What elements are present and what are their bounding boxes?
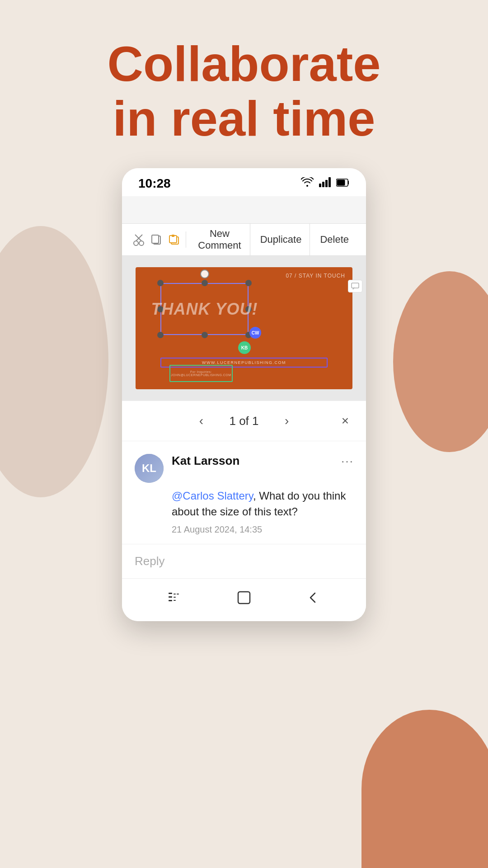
cut-button[interactable] bbox=[131, 228, 147, 251]
svg-rect-22 bbox=[177, 594, 179, 594]
toolbar-divider-1 bbox=[186, 231, 186, 248]
wifi-icon bbox=[301, 177, 314, 190]
svg-rect-1 bbox=[322, 182, 324, 187]
thank-you-text: THANK YOU! bbox=[160, 283, 249, 335]
svg-rect-21 bbox=[174, 600, 176, 601]
page-content: Collaborate in real time 10:28 bbox=[0, 0, 488, 868]
svg-rect-5 bbox=[337, 180, 345, 186]
cw-badge: CW bbox=[249, 327, 261, 339]
svg-rect-16 bbox=[169, 593, 172, 594]
close-pagination-button[interactable]: × bbox=[335, 411, 355, 431]
copy-button[interactable] bbox=[149, 228, 164, 251]
status-time: 10:28 bbox=[138, 176, 171, 191]
svg-line-8 bbox=[136, 235, 142, 241]
mention: @Carlos Slattery bbox=[172, 490, 253, 502]
slide: 07 / STAY IN TOUCH bbox=[136, 267, 352, 389]
svg-point-6 bbox=[134, 241, 138, 245]
prev-page-button[interactable]: ‹ bbox=[191, 411, 211, 431]
svg-point-7 bbox=[139, 241, 144, 245]
svg-rect-14 bbox=[172, 235, 174, 237]
comment-section: KL Kat Larsson ⋯ @Carlos Slattery, What … bbox=[122, 441, 366, 544]
avatar: KL bbox=[135, 454, 164, 483]
inquiries-label: For Inquiries: bbox=[190, 370, 212, 373]
heading-area: Collaborate in real time bbox=[107, 36, 380, 146]
svg-rect-2 bbox=[325, 180, 328, 187]
inquiries-element: For Inquiries: JOHN@LUCERNEPUBLISHING.CO… bbox=[169, 365, 233, 382]
nav-bar bbox=[122, 578, 366, 621]
nav-back-button[interactable] bbox=[302, 587, 324, 609]
phone-mockup: 10:28 bbox=[122, 168, 366, 621]
svg-rect-18 bbox=[169, 600, 172, 601]
comment-meta: Kat Larsson bbox=[172, 454, 353, 469]
svg-rect-3 bbox=[328, 177, 331, 187]
svg-rect-15 bbox=[352, 283, 359, 288]
svg-line-9 bbox=[135, 235, 141, 241]
duplicate-button[interactable]: Duplicate bbox=[252, 224, 310, 255]
reply-bar: Reply bbox=[122, 544, 366, 578]
signal-icon bbox=[319, 177, 331, 190]
rotate-handle bbox=[200, 269, 209, 278]
comment-timestamp: 21 August 2024, 14:35 bbox=[135, 524, 353, 535]
more-options-button[interactable]: ⋯ bbox=[341, 454, 353, 469]
svg-rect-0 bbox=[319, 184, 321, 187]
paste-button[interactable] bbox=[166, 228, 182, 251]
svg-rect-11 bbox=[152, 235, 159, 243]
svg-rect-20 bbox=[174, 597, 176, 598]
comment-body: @Carlos Slattery, What do you think abou… bbox=[135, 488, 353, 520]
status-bar: 10:28 bbox=[122, 168, 366, 196]
new-comment-button[interactable]: New Comment bbox=[189, 224, 250, 255]
comment-bubble-icon bbox=[348, 280, 362, 292]
battery-icon bbox=[336, 178, 350, 189]
svg-rect-23 bbox=[238, 592, 250, 604]
delete-button[interactable]: Delete bbox=[312, 224, 357, 255]
commenter-name: Kat Larsson bbox=[172, 454, 353, 468]
context-toolbar: New Comment Duplicate Delete bbox=[122, 223, 366, 256]
selected-text-element: THANK YOU! CW bbox=[160, 283, 249, 335]
next-page-button[interactable]: › bbox=[277, 411, 297, 431]
comment-header: KL Kat Larsson ⋯ bbox=[135, 454, 353, 483]
kb-badge: KB bbox=[238, 341, 251, 354]
top-toolbar-area bbox=[122, 196, 366, 223]
canvas-area: 07 / STAY IN TOUCH bbox=[122, 256, 366, 401]
inquiries-email: JOHN@LUCERNEPUBLISHING.COM bbox=[171, 373, 231, 377]
pagination-text: 1 of 1 bbox=[229, 414, 258, 428]
svg-rect-17 bbox=[169, 596, 172, 598]
nav-menu-button[interactable] bbox=[164, 587, 186, 609]
status-icons bbox=[301, 177, 350, 190]
svg-rect-19 bbox=[174, 594, 176, 594]
page-title: Collaborate in real time bbox=[107, 36, 380, 146]
reply-input[interactable]: Reply bbox=[135, 554, 164, 568]
avatar-image: KL bbox=[135, 454, 164, 483]
nav-home-button[interactable] bbox=[233, 587, 255, 609]
slide-label: 07 / STAY IN TOUCH bbox=[286, 273, 345, 279]
pagination-bar: ‹ 1 of 1 › × bbox=[122, 401, 366, 441]
